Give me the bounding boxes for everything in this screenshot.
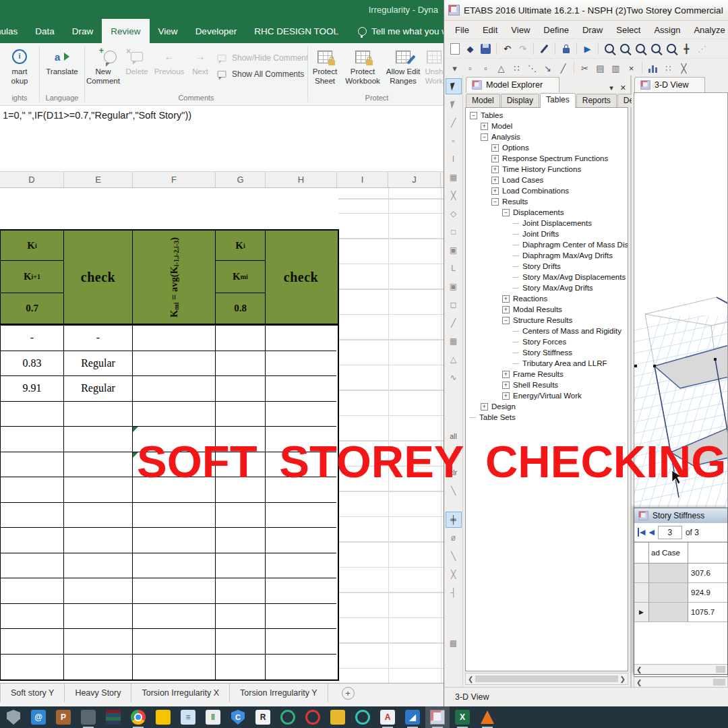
cell[interactable] (1, 655, 64, 680)
scrollbar-thumb[interactable] (716, 666, 725, 673)
expand-icon[interactable]: + (491, 166, 499, 173)
previous-record-icon[interactable]: ◀ (648, 528, 654, 537)
cell[interactable] (64, 402, 133, 427)
draw-frame-icon[interactable]: ▫ (479, 61, 493, 75)
scrollbar-thumb[interactable] (713, 679, 725, 686)
snap-to-grid-icon[interactable]: ▩ (446, 635, 462, 651)
cell[interactable] (1, 503, 64, 528)
draw-vector-icon[interactable]: ↘ (541, 61, 555, 75)
cell[interactable] (133, 351, 216, 377)
menu-view[interactable]: View (504, 25, 537, 35)
comodo-shield-icon[interactable]: C (230, 709, 246, 725)
first-record-icon[interactable]: ◀ (638, 528, 645, 537)
cell[interactable] (216, 553, 266, 579)
expand-icon[interactable]: + (502, 306, 510, 313)
defender-shield-icon[interactable] (5, 709, 22, 725)
chart-icon[interactable] (646, 61, 660, 75)
draw-secondary-beam-icon[interactable]: ▦ (446, 169, 462, 185)
tree-item-time-history-functions[interactable]: +Time History Functions (466, 164, 628, 175)
cell[interactable] (216, 629, 266, 655)
cell[interactable] (133, 528, 216, 553)
show-all-comments-button[interactable]: Show All Comments (216, 69, 308, 79)
draw-floor-icon[interactable]: ▦ (446, 333, 462, 349)
expand-icon[interactable]: + (491, 187, 499, 195)
cell[interactable] (1, 629, 64, 655)
protect-workbook-button[interactable]: Protect Workbook (342, 47, 384, 86)
cell[interactable] (1, 604, 64, 630)
stiffness-value-cell[interactable]: 307.6 (688, 564, 727, 582)
draw-joint-icon[interactable]: ▫ (463, 61, 477, 75)
menu-analyze[interactable]: Analyze (687, 25, 728, 35)
next-comment-button[interactable]: → Next (186, 47, 214, 76)
table-row[interactable]: 307.6 (634, 564, 727, 583)
ribbon-tab-draw[interactable]: Draw (63, 19, 102, 43)
smart-lookup-button[interactable]: mart okup (1, 47, 38, 86)
expand-icon[interactable]: + (491, 144, 499, 152)
snap-to-perpendicular-icon[interactable]: ╲ (446, 548, 462, 564)
draw-line-icon[interactable]: ╱ (446, 115, 462, 131)
expand-icon[interactable]: + (502, 392, 510, 400)
column-header-f[interactable]: F (133, 172, 216, 187)
cell[interactable] (64, 629, 133, 655)
cell[interactable] (216, 326, 266, 351)
tree-item-design[interactable]: +Design (466, 401, 628, 412)
cell[interactable] (216, 655, 266, 680)
cell[interactable] (216, 578, 266, 604)
panel-close-icon[interactable]: ✕ (620, 84, 626, 92)
row-selector[interactable] (634, 583, 649, 602)
column-header-d[interactable]: D (0, 172, 64, 187)
cell[interactable] (64, 604, 133, 630)
draw-beam-icon[interactable]: I (446, 151, 462, 167)
tree-item-energy-virtual-work[interactable]: +Energy/Virtual Work (466, 390, 628, 401)
draw-dimension-icon[interactable]: △ (446, 351, 462, 367)
redo-icon[interactable]: ↷ (516, 42, 530, 56)
record-number-field[interactable]: 3 (658, 526, 682, 539)
menu-edit[interactable]: Edit (476, 25, 504, 35)
cell[interactable] (1, 402, 64, 427)
story-stiffness-hscrollbar[interactable]: ❮ (634, 664, 727, 674)
tree-item-diaphragm-max-avg-drifts[interactable]: Diaphragm Max/Avg Drifts (466, 250, 628, 261)
zoom-out-icon[interactable] (664, 42, 678, 56)
cell[interactable] (133, 326, 216, 351)
cell[interactable] (216, 528, 266, 553)
draw-window-icon[interactable]: ◻ (446, 297, 462, 313)
explorer-tab-reports[interactable]: Reports (576, 94, 617, 107)
chrome-browser-icon[interactable] (130, 709, 146, 725)
cell[interactable] (216, 402, 266, 427)
tree-item-shell-results[interactable]: +Shell Results (466, 380, 628, 390)
3d-view-hscrollbar[interactable]: ❮ (634, 677, 728, 688)
row-selector[interactable]: ▶ (634, 603, 649, 621)
cell[interactable]: - (1, 326, 64, 351)
show-hide-comment-button[interactable]: Show/Hide Comment (216, 53, 308, 63)
delete-comment-button[interactable]: Delete (121, 47, 152, 76)
delete-icon[interactable]: × (624, 61, 638, 75)
walk-through-icon[interactable]: ⋰ (695, 42, 709, 56)
draw-poly-area-icon[interactable]: ◇ (446, 206, 462, 222)
save-icon[interactable] (479, 42, 493, 56)
scroll-right-icon[interactable]: ❯ (620, 675, 626, 683)
tree-item-frame-results[interactable]: +Frame Results (466, 369, 628, 380)
cell[interactable] (1, 477, 64, 503)
draw-dots-icon[interactable]: ⋱ (525, 61, 539, 75)
cell[interactable] (216, 376, 266, 402)
photos-app-icon[interactable]: ◢ (404, 709, 421, 725)
new-comment-button[interactable]: New Comment (85, 47, 121, 86)
column-header-e[interactable]: E (64, 172, 133, 187)
expand-icon[interactable]: + (491, 155, 499, 162)
mail-app-icon[interactable]: @ (30, 709, 47, 725)
cell[interactable] (64, 477, 133, 503)
snap-to-joints-icon[interactable]: ╪ (446, 512, 462, 528)
sheet-tab-soft-story-y[interactable]: Soft story Y (0, 684, 65, 702)
ribbon-tab-rhc-design-tool[interactable]: RHC DESIGN TOOL (245, 19, 347, 43)
cell[interactable] (266, 376, 336, 402)
open-file-icon[interactable]: ◆ (463, 42, 477, 56)
allow-edit-ranges-button[interactable]: Allow Edit Ranges (384, 47, 423, 86)
cell[interactable]: - (64, 326, 133, 351)
cell[interactable] (266, 629, 336, 655)
tree-item-joint-displacements[interactable]: Joint Displacements (466, 218, 628, 229)
tree-item-story-max-avg-drifts[interactable]: Story Max/Avg Drifts (466, 282, 628, 293)
story-stiffness-titlebar[interactable]: Story Stiffness (634, 508, 727, 523)
collapse-icon[interactable]: − (502, 317, 510, 324)
sheet-tab-heavy-story[interactable]: Heavy Story (65, 684, 131, 702)
collapse-icon[interactable]: − (470, 112, 477, 119)
